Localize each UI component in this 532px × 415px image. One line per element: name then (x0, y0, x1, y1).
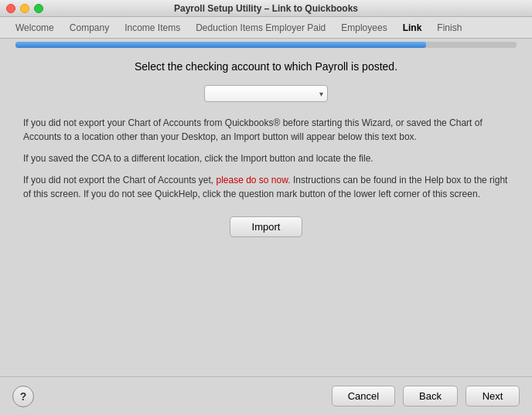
import-button-container: Import (23, 216, 509, 237)
maximize-button[interactable] (34, 4, 43, 13)
title-bar: Payroll Setup Utility – Link to Quickboo… (0, 0, 532, 17)
tab-employees[interactable]: Employees (333, 19, 394, 36)
minimize-button[interactable] (20, 4, 29, 13)
info-paragraph-3: If you did not export the Chart of Accou… (23, 173, 509, 201)
tab-finish[interactable]: Finish (429, 19, 469, 36)
help-button[interactable]: ? (12, 386, 34, 407)
back-button[interactable]: Back (403, 386, 458, 406)
account-dropdown[interactable] (204, 85, 328, 102)
info-paragraph-3-highlight: please do so now. (216, 175, 290, 185)
tab-income-items[interactable]: Income Items (117, 19, 188, 36)
account-dropdown-container: ▾ (23, 85, 509, 102)
tab-deduction-items[interactable]: Deduction Items Employer Paid (188, 19, 333, 36)
page-heading: Select the checking account to which Pay… (23, 60, 509, 73)
tab-link[interactable]: Link (395, 19, 430, 36)
cancel-button[interactable]: Cancel (332, 386, 395, 406)
tab-welcome[interactable]: Welcome (8, 19, 62, 36)
info-paragraph-2: If you saved the COA to a different loca… (23, 151, 509, 165)
content-area: Select the checking account to which Pay… (0, 45, 532, 376)
footer: ? Cancel Back Next (0, 376, 532, 415)
import-button[interactable]: Import (230, 216, 303, 237)
account-dropdown-wrapper[interactable]: ▾ (204, 85, 328, 102)
info-paragraph-1: If you did not export your Chart of Acco… (23, 116, 509, 144)
window-controls[interactable] (6, 4, 43, 13)
footer-buttons: Cancel Back Next (332, 386, 520, 406)
close-button[interactable] (6, 4, 15, 13)
next-button[interactable]: Next (466, 386, 520, 406)
tab-company[interactable]: Company (62, 19, 117, 36)
tab-bar: Welcome Company Income Items Deduction I… (0, 17, 532, 39)
info-paragraph-3-before: If you did not export the Chart of Accou… (23, 175, 216, 185)
window-title: Payroll Setup Utility – Link to Quickboo… (174, 3, 358, 14)
